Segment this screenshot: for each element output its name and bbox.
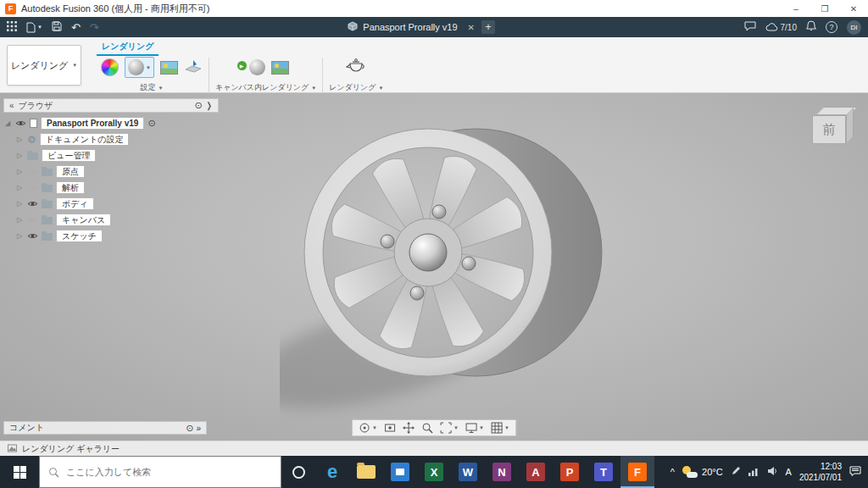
display-settings-tool[interactable]: ▼ — [465, 422, 484, 434]
comments-bar[interactable]: コメント ⊙» — [3, 421, 207, 435]
expander-icon[interactable]: ▷ — [15, 136, 24, 143]
item-label[interactable]: ドキュメントの設定 — [40, 133, 130, 146]
appearance-tool[interactable] — [101, 58, 119, 76]
undo-icon[interactable]: ↶ — [71, 22, 81, 33]
render-teapot-tool[interactable] — [345, 57, 367, 79]
wheel-3d-model[interactable] — [280, 108, 619, 430]
fit-tool[interactable]: ▼ — [440, 422, 459, 434]
item-label[interactable]: キャンバス — [56, 214, 111, 226]
item-label[interactable]: ボディ — [56, 197, 94, 210]
taskbar-app-word[interactable]: W — [451, 456, 485, 488]
in-canvas-render-settings-tool[interactable] — [249, 59, 265, 75]
taskbar-app-powerpoint[interactable]: P — [553, 456, 587, 488]
eye-hidden-icon[interactable] — [27, 216, 38, 224]
browser-item-analysis[interactable]: ▷ 解析 — [3, 180, 219, 196]
activate-component-icon[interactable]: ⊙ — [147, 118, 155, 129]
new-tab-button[interactable]: + — [481, 20, 495, 34]
show-hidden-icons-chevron[interactable]: ^ — [670, 467, 675, 477]
eye-hidden-icon[interactable] — [27, 168, 38, 175]
root-node-label[interactable]: Panasport Prorally v19 — [41, 117, 144, 130]
save-icon[interactable] — [52, 19, 62, 35]
zoom-tool[interactable] — [421, 422, 433, 434]
pen-icon[interactable] — [731, 466, 741, 478]
expander-icon[interactable]: ▷ — [15, 168, 24, 175]
comments-options-icon[interactable]: ⊙ — [186, 423, 193, 434]
collapse-panel-icon[interactable]: « — [9, 101, 14, 110]
taskbar-app-teams[interactable]: T — [587, 456, 620, 488]
workspace-selector-button[interactable]: レンダリング ▼ — [7, 45, 81, 86]
texture-map-tool[interactable] — [160, 61, 178, 75]
taskbar-app-access[interactable]: A — [519, 456, 553, 488]
view-cube[interactable]: 前 — [807, 105, 858, 149]
taskbar-app-store[interactable] — [383, 456, 417, 488]
close-tab-icon[interactable]: ✕ — [468, 23, 475, 32]
browser-item-sketches[interactable]: ▷ スケッチ — [3, 228, 219, 244]
file-menu-icon[interactable]: ▼ — [26, 22, 42, 33]
eye-visible-icon[interactable] — [27, 200, 38, 208]
browser-item-document-settings[interactable]: ▷ ⚙ ドキュメントの設定 — [3, 131, 219, 147]
taskbar-app-file-explorer[interactable] — [349, 456, 383, 488]
taskbar-app-excel[interactable]: X — [417, 456, 451, 488]
app-grid-icon[interactable] — [7, 19, 17, 35]
taskbar-clock[interactable]: 12:03 2021/07/01 — [799, 461, 842, 483]
rendering-gallery-bar[interactable]: レンダリング ギャラリー — [0, 441, 868, 456]
search-input[interactable] — [66, 467, 253, 477]
volume-icon[interactable] — [767, 466, 778, 478]
taskbar-app-onenote[interactable]: N — [485, 456, 519, 488]
eye-hidden-icon[interactable] — [27, 184, 38, 191]
minimize-button[interactable]: – — [782, 0, 810, 17]
notification-bell-icon[interactable] — [806, 19, 816, 35]
expander-icon[interactable]: ◢ — [3, 119, 12, 127]
browser-root-row[interactable]: ◢ Panasport Prorally v19 ⊙ — [3, 115, 219, 131]
gallery-expand-icon[interactable] — [8, 444, 17, 454]
expander-icon[interactable]: ▷ — [15, 200, 24, 208]
scene-settings-tool[interactable]: ▼ — [125, 57, 154, 78]
weather-widget[interactable]: 20°C — [682, 466, 723, 478]
help-icon[interactable]: ? — [826, 21, 837, 33]
eye-visible-icon[interactable] — [15, 119, 26, 127]
taskbar-app-fusion-360[interactable]: F — [620, 456, 654, 488]
item-label[interactable]: 原点 — [56, 165, 85, 178]
pan-tool[interactable] — [403, 422, 415, 434]
item-label[interactable]: スケッチ — [56, 230, 103, 242]
taskbar-app-edge[interactable]: e — [315, 456, 349, 488]
expander-icon[interactable]: ▷ — [15, 152, 24, 159]
taskbar-app-cortana[interactable] — [281, 456, 315, 488]
item-label[interactable]: ビュー管理 — [42, 149, 96, 162]
tab-rendering[interactable]: レンダリング — [97, 37, 159, 56]
grid-settings-tool[interactable]: ▼ — [491, 422, 509, 434]
close-button[interactable]: ✕ — [839, 0, 868, 17]
panel-pin-icon[interactable]: ❭ — [206, 101, 213, 110]
maximize-button[interactable]: ❐ — [810, 0, 839, 17]
capture-image-tool[interactable] — [271, 61, 289, 75]
look-at-tool[interactable] — [384, 422, 396, 434]
expander-icon[interactable]: ▷ — [15, 184, 24, 191]
browser-item-canvases[interactable]: ▷ キャンバス — [3, 212, 219, 228]
redo-icon[interactable]: ↷ — [90, 22, 99, 33]
expander-icon[interactable]: ▷ — [15, 232, 24, 240]
viewport[interactable]: « ブラウザ ⊙❭ ◢ Panasport Prorally v19 ⊙ ▷ ⚙… — [0, 93, 868, 441]
action-center-icon[interactable] — [849, 466, 861, 478]
start-button[interactable] — [0, 456, 39, 488]
taskbar-search[interactable] — [39, 456, 281, 488]
decal-tool[interactable] — [184, 58, 203, 77]
eye-visible-icon[interactable] — [27, 232, 38, 240]
browser-item-view-management[interactable]: ▷ ビュー管理 — [3, 147, 219, 164]
ime-indicator[interactable]: A — [786, 467, 792, 477]
network-icon[interactable] — [748, 467, 760, 478]
document-tab[interactable]: Panasport Prorally v19 ✕ — [348, 21, 475, 33]
orbit-tool[interactable]: ▼ — [359, 422, 377, 434]
job-status[interactable]: 7/10 — [765, 23, 797, 32]
browser-item-bodies[interactable]: ▷ ボディ — [3, 196, 219, 212]
user-avatar[interactable]: DI — [847, 20, 861, 35]
view-cube-front-face[interactable]: 前 — [812, 115, 846, 144]
panel-options-icon[interactable]: ⊙ — [194, 100, 202, 111]
item-label[interactable]: 解析 — [56, 181, 85, 194]
taskbar-apps: e X W N A P T F — [281, 456, 654, 488]
comment-bubble-icon[interactable] — [744, 19, 756, 35]
windows-logo-icon — [14, 466, 26, 479]
view-cube-right-face[interactable] — [846, 108, 854, 144]
browser-item-origin[interactable]: ▷ 原点 — [3, 164, 219, 180]
comments-expand-icon[interactable]: » — [196, 424, 201, 433]
expander-icon[interactable]: ▷ — [15, 216, 24, 224]
